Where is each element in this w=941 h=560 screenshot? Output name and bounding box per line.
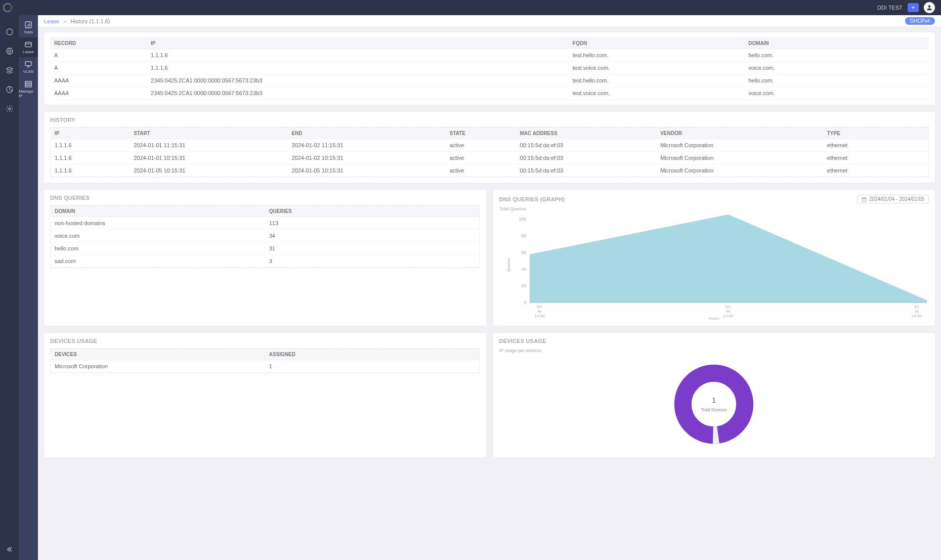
devices-right-title: DEVICES USAGE <box>499 338 929 344</box>
topbar-right: DDI TEST + <box>877 2 935 13</box>
gear-icon[interactable] <box>6 105 14 113</box>
breadcrumb-root-link[interactable]: Lease <box>44 18 59 24</box>
table-cell: test.hello.com. <box>569 49 744 62</box>
table-row[interactable]: hello.com31 <box>51 242 480 255</box>
table-row[interactable]: non-hosted domains113 <box>51 217 480 230</box>
table-cell: 2024-01-01 10:15:31 <box>130 152 287 164</box>
table-cell: 31 <box>265 242 480 255</box>
breadcrumb: Lease » History (1.1.1.6) <box>44 18 110 24</box>
table-row[interactable]: 1.1.1.62024-01-01 11:15:312024-01-02 11:… <box>51 139 928 152</box>
chart-icon[interactable] <box>6 85 14 94</box>
col-header: VENDOR <box>656 128 823 139</box>
area-fill <box>530 214 927 303</box>
subnav-label: Lease <box>23 50 34 54</box>
table-cell: test.voice.com. <box>569 62 744 74</box>
table-row[interactable]: AAAA2345:0425:2CA1:0000:0000:0567:5673:2… <box>50 87 929 100</box>
layers-icon[interactable] <box>6 66 14 74</box>
table-cell: 3 <box>265 255 480 268</box>
table-cell: hello.com. <box>744 49 929 62</box>
table-row[interactable]: A1.1.1.6test.hello.com.hello.com. <box>50 49 929 62</box>
chart-ylabel: Queries <box>506 257 510 272</box>
stats-icon <box>24 21 32 29</box>
dns-queries-title: DNS QUERIES <box>50 195 480 201</box>
col-header: QUERIES <box>265 206 480 217</box>
donut-svg: 1 Total Devices <box>671 361 757 447</box>
ytick: 60 <box>514 250 527 255</box>
svg-point-4 <box>9 108 11 110</box>
collapse-rail-button[interactable] <box>6 546 13 554</box>
table-cell: active <box>446 139 516 152</box>
col-header: END <box>287 128 445 139</box>
table-row[interactable]: 1.1.1.62024-01-01 10:15:312024-01-02 10:… <box>51 152 928 164</box>
table-cell: 00:15:5d:da:ef:03 <box>516 164 657 177</box>
records-table: RECORDIPFQDNDOMAIN A1.1.1.6test.hello.co… <box>50 37 929 100</box>
table-cell: ethernet <box>823 152 928 164</box>
table-cell: 2024-01-01 11:15:31 <box>130 139 287 152</box>
table-cell: 00:15:5d:da:ef:03 <box>516 139 657 152</box>
main-content: Lease » History (1.1.1.6) DHCPv4 RECORDI… <box>38 15 941 560</box>
subnav-vlan[interactable]: VLAN <box>19 57 38 77</box>
devices-right-panel: DEVICES USAGE IP usage per devices 1 Tot… <box>493 333 935 457</box>
dns-graph-subtitle: Total Queries <box>499 206 929 211</box>
table-cell: test.hello.com. <box>569 74 744 87</box>
table-cell: hello.com. <box>744 74 929 87</box>
table-row[interactable]: sad.com3 <box>51 255 480 268</box>
table-row[interactable]: AAAA2345:0425:2CA1:0000:0000:0567:5673:2… <box>50 74 929 87</box>
table-row[interactable]: Microsoft Corporation1 <box>51 360 480 373</box>
records-panel: RECORDIPFQDNDOMAIN A1.1.1.6test.hello.co… <box>44 32 935 105</box>
vlan-icon <box>24 60 32 68</box>
history-table: IPSTARTENDSTATEMAC ADDRESSVENDORTYPE 1.1… <box>51 127 928 177</box>
ytick: 0 <box>514 300 527 305</box>
table-row[interactable]: A1.1.1.6test.voice.com.voice.com. <box>50 62 929 74</box>
svg-rect-11 <box>862 198 866 201</box>
table-cell: ethernet <box>823 164 928 177</box>
table-cell: 2024-01-05 10:15:31 <box>130 164 287 177</box>
table-cell: A <box>50 62 147 74</box>
subnav-manage-ip[interactable]: Manage IP <box>19 77 38 101</box>
col-header: ASSIGNED <box>265 349 480 360</box>
subnav-lease[interactable]: Lease <box>19 37 38 57</box>
table-row[interactable]: 1.1.1.62024-01-05 10:15:312024-01-05 10:… <box>51 164 928 177</box>
svg-point-0 <box>928 5 931 8</box>
app-logo-icon <box>3 3 12 12</box>
user-avatar[interactable] <box>924 2 935 13</box>
breadcrumb-bar: Lease » History (1.1.1.6) DHCPv4 <box>38 15 941 27</box>
table-cell: 2345:0425:2CA1:0000:0000:0567:5673:23b3 <box>147 87 569 100</box>
table-cell: 1 <box>265 360 480 373</box>
chart-xlabel: Hours <box>499 316 929 321</box>
subnav-stats[interactable]: Stats <box>19 18 38 37</box>
history-panel: HISTORY IPSTARTENDSTATEMAC ADDRESSVENDOR… <box>44 112 935 183</box>
top-bar: DDI TEST + <box>0 0 941 15</box>
table-cell: Microsoft Corporation <box>656 139 823 152</box>
subnav-label: VLAN <box>23 69 34 74</box>
ytick: 80 <box>514 233 527 238</box>
add-workspace-button[interactable]: + <box>908 3 919 12</box>
svg-rect-10 <box>25 85 31 87</box>
breadcrumb-sep: » <box>63 18 66 24</box>
table-cell: sad.com <box>51 255 265 268</box>
ytick: 40 <box>514 267 527 272</box>
table-cell: 2345:0425:2CA1:0000:0000:0567:5673:23b3 <box>147 74 569 87</box>
table-cell: A <box>50 49 147 62</box>
table-cell: 1.1.1.6 <box>51 152 130 164</box>
col-header: DOMAIN <box>51 206 265 217</box>
globe-icon[interactable] <box>6 47 14 55</box>
table-cell: Microsoft Corporation <box>51 360 265 373</box>
svg-point-12 <box>683 373 745 435</box>
col-header: FQDN <box>569 38 744 49</box>
table-cell: 2024-01-02 11:15:31 <box>287 139 445 152</box>
col-header: MAC ADDRESS <box>516 128 657 139</box>
col-header: START <box>130 128 287 139</box>
lease-icon <box>24 40 32 49</box>
table-cell: 2024-01-05 10:15:31 <box>287 164 445 177</box>
col-header: STATE <box>446 128 516 139</box>
manage-ip-icon <box>24 80 32 88</box>
col-header: IP <box>147 38 569 49</box>
gauge-icon[interactable] <box>6 28 14 36</box>
date-range-picker[interactable]: 2024/01/04 - 2024/01/05 <box>857 195 929 203</box>
table-row[interactable]: voice.com34 <box>51 230 480 242</box>
subnav-label: Stats <box>24 30 33 34</box>
table-cell: hello.com <box>51 242 265 255</box>
table-cell: 1.1.1.6 <box>51 139 130 152</box>
col-header: TYPE <box>823 128 928 139</box>
